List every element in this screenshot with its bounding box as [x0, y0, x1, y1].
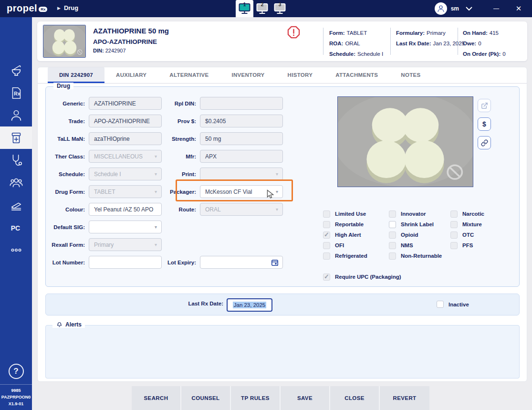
tab-auxiliary[interactable]: AUXILIARY — [104, 67, 158, 83]
link-button[interactable] — [478, 136, 491, 149]
drug-header-card: AZATHIOPRINE 50 mg APO-AZATHIOPRINE DIN:… — [37, 21, 527, 61]
drug-bottle-icon — [9, 131, 23, 145]
user-menu[interactable]: sm — [435, 2, 472, 15]
rx-document-icon: Rx — [9, 86, 23, 100]
drug-title: AZATHIOPRINE 50 mg — [93, 27, 169, 35]
header-info-col3: On Hand:415 Owe:0 On Order (Pk):0 — [463, 28, 506, 59]
selected-date-text: Jan 23, 2025 — [233, 302, 267, 308]
divider — [390, 28, 391, 55]
strength-input[interactable]: 50 mg — [200, 132, 283, 145]
rpl-din-input[interactable] — [200, 97, 283, 110]
inactive-checkbox[interactable] — [437, 301, 444, 308]
drug-title-block: AZATHIOPRINE 50 mg APO-AZATHIOPRINE DIN:… — [93, 27, 169, 53]
store-id: 9985 — [0, 387, 32, 394]
sidebar-item-drug[interactable] — [0, 126, 32, 149]
tab-alternative[interactable]: ALTERNATIVE — [158, 67, 220, 83]
save-button[interactable]: SAVE — [281, 386, 330, 410]
lot-expiry-input[interactable] — [200, 256, 283, 269]
svg-text:Rx: Rx — [14, 91, 20, 96]
pfs-checkbox[interactable] — [450, 242, 458, 249]
monitor-tab-1[interactable]: 1 — [236, 0, 253, 17]
otc-checkbox[interactable] — [450, 231, 458, 239]
sidebar-item-clinical[interactable] — [0, 149, 32, 171]
opioid-checkbox[interactable] — [389, 231, 396, 239]
require-upc-checkbox[interactable] — [323, 273, 330, 281]
labels-icon — [9, 198, 23, 212]
more-icon — [9, 243, 23, 257]
inactive-row: Inactive — [437, 301, 469, 308]
workspace-monitor-tabs: 1 2 3 — [236, 0, 289, 17]
help-button[interactable]: ? — [0, 360, 32, 382]
last-rx-date-input[interactable]: Jan 23, 2025 — [227, 298, 272, 312]
high-alert-checkbox[interactable] — [323, 231, 330, 239]
tab-attachments[interactable]: ATTACHMENTS — [324, 67, 389, 83]
breadcrumb-arrow-icon: ▶ — [57, 6, 61, 11]
pricing-button[interactable]: $ — [478, 117, 491, 131]
rx-logo-badge: Rx — [39, 7, 47, 12]
version-info: 9985 PAZPRPOON0 X1.9-01 — [0, 384, 32, 410]
sidebar-item-prescriptions[interactable]: Rx — [0, 82, 32, 104]
user-initials: sm — [451, 5, 459, 12]
mixture-checkbox[interactable] — [450, 221, 458, 228]
header-info-col2: Formulary:Primary Last Rx Date:Jan 23, 2… — [396, 28, 465, 49]
tab-history[interactable]: HISTORY — [276, 67, 324, 83]
drug-din: DIN: 2242907 — [93, 48, 169, 53]
person-icon — [437, 4, 445, 13]
non-returnable-checkbox[interactable] — [389, 252, 396, 260]
divider — [323, 28, 323, 55]
pill-photo-large — [338, 97, 473, 187]
reportable-checkbox[interactable] — [323, 221, 330, 228]
drug-detail-card: DIN 2242907 AUXILIARY ALTERNATIVE INVENT… — [37, 67, 527, 382]
open-image-external-button[interactable] — [478, 99, 491, 112]
tp-rules-button[interactable]: TP RULES — [231, 386, 281, 410]
stop-alert-icon[interactable] — [287, 26, 300, 39]
refrigerated-checkbox[interactable] — [323, 252, 330, 260]
link-icon — [481, 139, 488, 147]
tab-inventory[interactable]: INVENTORY — [220, 67, 276, 83]
sidebar-item-groups[interactable] — [0, 171, 32, 194]
counsel-button[interactable]: COUNSEL — [181, 386, 231, 410]
tab-notes[interactable]: NOTES — [389, 67, 432, 83]
route-select[interactable]: ORAL — [200, 203, 283, 216]
sidebar-item-more[interactable] — [0, 239, 32, 261]
nms-checkbox[interactable] — [389, 242, 396, 249]
top-bar: propel Rx ▶ Drug 1 2 3 sm — [0, 0, 532, 17]
monitor-tab-number: 3 — [271, 2, 289, 7]
limited-use-checkbox[interactable] — [323, 210, 330, 218]
detail-tabs: DIN 2242907 AUXILIARY ALTERNATIVE INVENT… — [38, 67, 527, 84]
flags-column-3: Narcotic Mixture OTC PFS — [450, 209, 484, 251]
monitor-tab-3[interactable]: 3 — [271, 0, 289, 17]
help-icon: ? — [9, 364, 24, 379]
revert-button[interactable]: REVERT — [380, 386, 429, 410]
close-button[interactable]: CLOSE — [330, 386, 380, 410]
open-external-icon — [481, 102, 488, 109]
mortar-pestle-icon — [9, 63, 23, 78]
sidebar-item-pc[interactable]: PC — [0, 216, 32, 239]
calendar-icon[interactable] — [271, 259, 279, 266]
require-upc-row: Require UPC (Packaging) — [323, 272, 401, 282]
chevron-down-icon[interactable] — [466, 4, 472, 13]
prov-price-input[interactable]: $0.2405 — [200, 115, 283, 127]
logo-text: propel — [7, 3, 37, 13]
app-logo: propel Rx — [7, 3, 47, 13]
station-id: PAZPRPOON0 — [0, 394, 32, 400]
innovator-checkbox[interactable] — [389, 210, 396, 218]
sidebar: Rx PC ? 9985 PAZPRPOON0 X1.9-01 — [0, 17, 32, 410]
monitor-tab-2[interactable]: 2 — [253, 0, 271, 17]
sidebar-item-labels[interactable] — [0, 194, 32, 216]
close-window-button[interactable] — [509, 0, 528, 17]
bell-icon — [56, 321, 63, 328]
narcotic-checkbox[interactable] — [450, 210, 458, 218]
pill-photo — [43, 25, 85, 57]
tab-din[interactable]: DIN 2242907 — [48, 67, 104, 83]
monitor-tab-number: 1 — [236, 2, 253, 7]
minimize-button[interactable] — [487, 0, 506, 17]
mfr-input[interactable]: APX — [200, 150, 283, 163]
sidebar-item-patient[interactable] — [0, 104, 32, 126]
ofi-checkbox[interactable] — [323, 242, 330, 249]
search-button[interactable]: SEARCH — [132, 386, 181, 410]
flags-column-1: Limited Use Reportable High Alert OFI Re… — [323, 209, 367, 261]
shrink-label-checkbox[interactable] — [389, 221, 396, 228]
sidebar-item-pharmacy[interactable] — [0, 59, 32, 82]
print-select[interactable] — [200, 168, 283, 180]
